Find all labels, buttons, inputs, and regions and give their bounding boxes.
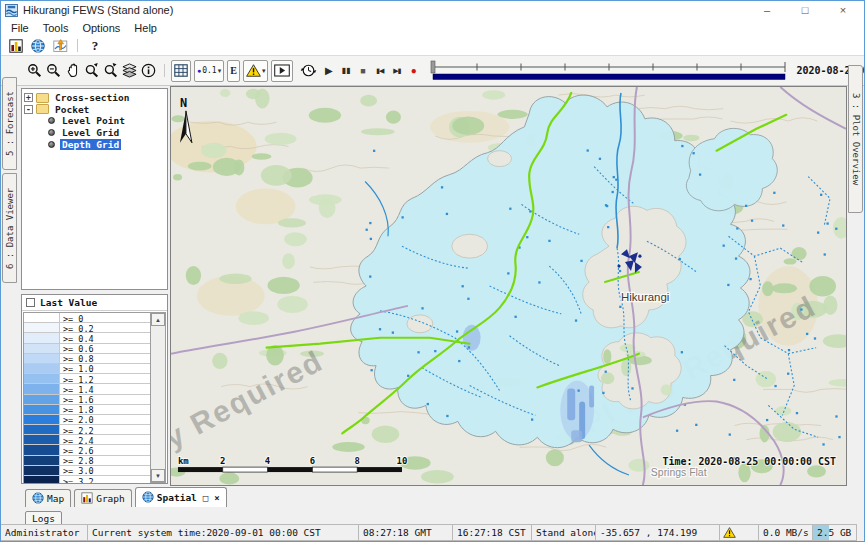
class-break-dropdown[interactable]: ●0.1▾ (194, 60, 224, 82)
timeline-slider[interactable] (428, 58, 790, 84)
layer-tree: + Cross-section - Pocket Level Point Lev… (21, 88, 168, 290)
tree-expander-icon[interactable]: + (24, 93, 33, 102)
map-label-town: Hikurangi (621, 291, 669, 303)
map-toolbar: ●0.1▾ E ▾ ▶ (1, 56, 864, 86)
legend-scrollbar[interactable]: ▲ ▼ (151, 312, 166, 483)
legend-label: >= 1.6 (60, 395, 150, 404)
tabular-display-button[interactable] (5, 37, 27, 55)
legend-color-swatch (24, 466, 60, 475)
zoom-previous-icon (84, 63, 99, 78)
side-tab-data-viewer[interactable]: 6 : Data Viewer (2, 173, 17, 283)
record-button[interactable]: ● (405, 60, 422, 82)
status-warning (719, 524, 759, 541)
tree-item-depth-grid[interactable]: Depth Grid (24, 138, 165, 150)
skip-to-end-button[interactable]: ▶▮ (388, 60, 405, 82)
main-toolbar: ? (1, 36, 864, 56)
window-title: Hikurangi FEWS (Stand alone) (23, 4, 173, 16)
tree-expander-icon[interactable]: - (24, 105, 33, 114)
tree-item-level-point[interactable]: Level Point (24, 115, 165, 127)
legend-row: >= 1.8 (24, 405, 150, 415)
legend-row: >= 2.4 (24, 435, 150, 445)
legend-color-swatch (24, 313, 60, 322)
title-bar[interactable]: Hikurangi FEWS (Stand alone) – □ × (1, 1, 864, 19)
zoom-out-icon (46, 63, 61, 78)
last-value-checkbox[interactable] (26, 298, 35, 307)
data-viewer-panel: + Cross-section - Pocket Level Point Lev… (17, 86, 170, 486)
legend-row: >= 0.2 (24, 323, 150, 333)
movie-player-button[interactable] (271, 60, 293, 82)
map-display-button[interactable] (27, 37, 49, 55)
timeline-span-bar (433, 74, 785, 80)
tab-map[interactable]: Map (25, 489, 71, 507)
menu-file[interactable]: File (4, 22, 36, 34)
thresholds-dropdown[interactable]: ▾ (243, 60, 269, 82)
legend-row: >= 0.8 (24, 354, 150, 364)
svg-text:10: 10 (397, 456, 408, 466)
app-window: Hikurangi FEWS (Stand alone) – □ × FileT… (0, 0, 865, 542)
map-view[interactable]: API Key Required API Key Required (170, 86, 847, 486)
status-gmt-time: 08:27:18 GMT (358, 524, 453, 541)
status-mode: Stand alone (531, 524, 596, 541)
tree-item-level-grid[interactable]: Level Grid (24, 127, 165, 139)
skip-to-start-button[interactable]: ▮◀ (371, 60, 388, 82)
layers-button[interactable] (120, 60, 139, 82)
bullet-icon (48, 117, 55, 124)
help-button[interactable]: ? (84, 37, 106, 55)
info-icon (141, 63, 156, 78)
legend-row: >= 0.4 (24, 333, 150, 343)
globe-icon (32, 492, 44, 504)
svg-text:N: N (180, 96, 187, 110)
legend-color-swatch (24, 476, 60, 483)
legend-color-swatch (24, 445, 60, 454)
side-tab-forecast[interactable]: 5 : Forecast (2, 77, 17, 170)
svg-text:8: 8 (354, 456, 359, 466)
scroll-down-icon[interactable]: ▼ (151, 469, 165, 482)
grid-icon (174, 64, 188, 77)
globe-icon (31, 39, 45, 53)
menu-options[interactable]: Options (75, 22, 127, 34)
grid-display-button[interactable] (171, 60, 191, 82)
tab-graph[interactable]: Graph (74, 489, 132, 507)
globe-icon (142, 491, 154, 503)
bullet-icon (48, 129, 55, 136)
minimize-button[interactable]: – (748, 2, 786, 19)
zoom-next-button[interactable] (101, 60, 120, 82)
legend-label: >= 2.4 (60, 435, 150, 444)
legend-color-swatch (24, 344, 60, 353)
legend-color-swatch (24, 364, 60, 373)
pan-hand-icon (66, 63, 80, 78)
maximize-panel-button[interactable]: □ (203, 493, 208, 503)
pan-button[interactable] (63, 60, 82, 82)
legend-row: >= 2.6 (24, 445, 150, 455)
menu-tools[interactable]: Tools (36, 22, 76, 34)
scroll-up-icon[interactable]: ▲ (151, 313, 165, 326)
label-toggle-button[interactable]: E (227, 60, 240, 82)
close-panel-button[interactable]: × (214, 493, 219, 503)
play-button[interactable]: ▶ (320, 60, 337, 82)
legend-label: >= 0.8 (60, 354, 150, 363)
spatial-display-button[interactable] (49, 37, 71, 55)
status-system-time: Current system time:2020-09-01 00:00 CST (87, 524, 359, 541)
menu-help[interactable]: Help (127, 22, 164, 34)
animation-settings-button[interactable] (296, 60, 320, 82)
zoom-next-icon (103, 63, 118, 78)
maximize-button[interactable]: □ (786, 2, 824, 19)
tree-item-cross-section[interactable]: + Cross-section (24, 92, 165, 104)
folder-icon (36, 93, 49, 103)
chevron-down-icon: ▾ (218, 67, 222, 75)
zoom-out-button[interactable] (44, 60, 63, 82)
legend-row: >= 1.2 (24, 374, 150, 384)
zoom-in-button[interactable] (25, 60, 44, 82)
map-canvas[interactable]: API Key Required API Key Required (171, 87, 846, 485)
side-tab-plot-overview[interactable]: 3 : Plot Overview (848, 65, 863, 213)
legend-panel: Last Value >= 0 >= 0.2 >= 0.4 >= 0.6 >= … (21, 294, 168, 484)
pause-button[interactable]: ▮▮ (337, 60, 354, 82)
info-button[interactable] (139, 60, 158, 82)
tree-item-pocket[interactable]: - Pocket (24, 104, 165, 116)
timeline-handle[interactable] (431, 61, 435, 73)
stop-button[interactable]: ■ (354, 60, 371, 82)
close-button[interactable]: × (824, 2, 862, 19)
tab-spatial[interactable]: Spatial □× (135, 487, 227, 507)
app-logo-icon (5, 4, 18, 17)
zoom-previous-button[interactable] (82, 60, 101, 82)
